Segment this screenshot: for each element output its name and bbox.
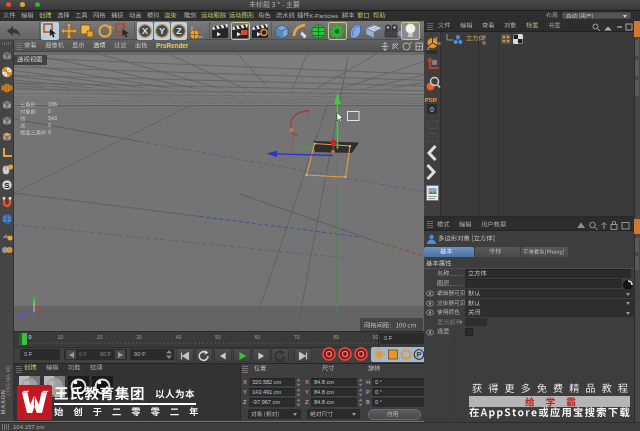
svg-text:P: P	[416, 350, 421, 359]
svg-text:X: X	[438, 40, 441, 45]
svg-text:Z: Z	[427, 45, 430, 50]
